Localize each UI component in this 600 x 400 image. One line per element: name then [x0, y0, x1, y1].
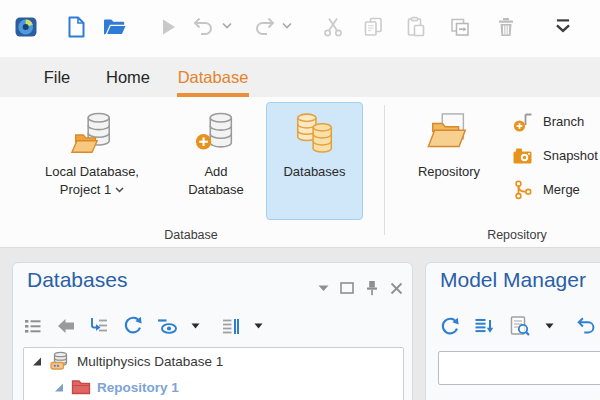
delete-button[interactable]: [492, 13, 520, 41]
show-view-eye-icon[interactable]: [156, 316, 178, 336]
local-database-button[interactable]: Local Database, Project 1: [16, 102, 168, 220]
snapshot-label: Snapshot: [543, 148, 598, 163]
redo-dropdown-icon[interactable]: [282, 22, 294, 32]
ribbon-database: Local Database, Project 1: [0, 97, 600, 248]
run-button[interactable]: [154, 13, 182, 41]
add-database-icon: [193, 110, 239, 160]
branch-button[interactable]: Branch: [512, 107, 600, 135]
columns-dropdown-icon[interactable]: [254, 323, 263, 329]
collapse-goto-icon[interactable]: [89, 316, 109, 336]
redo-button[interactable]: [250, 13, 278, 41]
ribbon-group-separator: [384, 105, 385, 235]
tab-file[interactable]: File: [33, 57, 81, 97]
add-database-label-line2: Database: [173, 181, 259, 199]
databases-panel-window-controls: [318, 280, 403, 296]
chevron-down-icon: [115, 187, 124, 193]
model-manager-toolbar: [439, 315, 598, 337]
tab-home[interactable]: Home: [103, 57, 153, 97]
new-file-button[interactable]: [62, 13, 90, 41]
workspace: Databases: [0, 248, 600, 400]
tree-row-label: Repository 1: [97, 380, 179, 395]
databases-tree: Multiphysics Database 1 Repository 1: [23, 347, 404, 400]
tree-expander-icon[interactable]: [31, 355, 43, 367]
undo-dropdown-icon[interactable]: [222, 22, 234, 32]
merge-icon: [512, 179, 533, 200]
databases-icon: [292, 110, 338, 160]
show-view-dropdown-icon[interactable]: [191, 323, 200, 329]
tree-row-repository-1[interactable]: Repository 1: [24, 374, 403, 400]
model-manager-panel: Model Manager: [425, 262, 600, 400]
tree-expander-icon[interactable]: [53, 381, 65, 393]
panel-pin-icon[interactable]: [365, 280, 379, 296]
back-arrow-icon[interactable]: [56, 316, 76, 336]
app-logo-icon: [12, 13, 40, 41]
repository-button[interactable]: Repository: [398, 102, 500, 220]
model-manager-filter-input[interactable]: [438, 351, 600, 385]
tab-database[interactable]: Database: [175, 57, 251, 97]
preview-dropdown-icon[interactable]: [545, 323, 554, 329]
local-database-label-line2: Project 1: [60, 181, 111, 199]
refresh-icon[interactable]: [439, 316, 460, 337]
databases-panel: Databases: [12, 262, 413, 400]
open-file-button[interactable]: [100, 13, 128, 41]
repository-label: Repository: [399, 163, 499, 181]
databases-panel-title: Databases: [27, 268, 127, 292]
local-database-icon: [69, 110, 115, 160]
ribbon-tab-row: File Home Database: [0, 57, 600, 97]
local-database-label-line1: Local Database,: [17, 163, 167, 181]
repository-red-folder-icon: [71, 378, 91, 396]
tree-row-multiphysics-database[interactable]: Multiphysics Database 1: [24, 348, 403, 374]
application-window: File Home Database: [0, 0, 600, 400]
panel-close-icon[interactable]: [390, 282, 403, 295]
tab-database-label: Database: [178, 68, 249, 86]
undo-button[interactable]: [190, 13, 218, 41]
panel-collapse-icon[interactable]: [318, 285, 329, 292]
group-label-database: Database: [0, 228, 382, 242]
preview-search-icon[interactable]: [509, 315, 531, 337]
databases-label: Databases: [267, 163, 362, 181]
databases-panel-toolbar: [23, 315, 263, 336]
refresh-icon[interactable]: [122, 315, 143, 336]
databases-button[interactable]: Databases: [266, 102, 363, 220]
snapshot-button[interactable]: Snapshot: [512, 141, 600, 169]
paste-button[interactable]: [402, 13, 430, 41]
branch-label: Branch: [543, 114, 584, 129]
add-database-label-line1: Add: [173, 163, 259, 181]
add-database-button[interactable]: Add Database: [172, 102, 260, 220]
list-view-icon[interactable]: [23, 316, 43, 336]
undo-icon[interactable]: [576, 315, 598, 337]
copy-button[interactable]: [360, 13, 388, 41]
panel-float-icon[interactable]: [340, 282, 354, 294]
snapshot-camera-icon: [512, 145, 533, 166]
quick-access-toolbar: [0, 0, 600, 57]
sort-list-icon[interactable]: [474, 316, 495, 337]
repository-icon: [426, 110, 472, 160]
branch-icon: [512, 111, 533, 132]
group-label-repository: Repository: [386, 228, 600, 242]
merge-label: Merge: [543, 182, 580, 197]
duplicate-button[interactable]: [446, 13, 474, 41]
merge-button[interactable]: Merge: [512, 175, 600, 203]
cut-button[interactable]: [320, 13, 348, 41]
database-server-icon: [49, 350, 71, 372]
model-manager-panel-title: Model Manager: [440, 268, 586, 292]
columns-icon[interactable]: [221, 316, 241, 336]
tree-row-label: Multiphysics Database 1: [77, 354, 223, 369]
customize-toolbar-button[interactable]: [550, 13, 578, 41]
